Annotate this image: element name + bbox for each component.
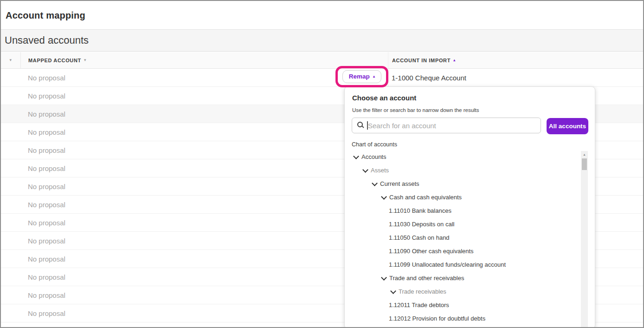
account-search-input[interactable] (352, 118, 541, 133)
caret-down-icon: ▾ (9, 58, 12, 62)
table-row[interactable]: No proposal1-1000 Cheque Account (1, 69, 643, 87)
popover-scrollbar[interactable]: ▲ (581, 151, 588, 328)
popover-subtitle: Use the filter or search bar to narrow d… (352, 107, 479, 113)
mapped-account-cell: No proposal (28, 128, 65, 136)
tree-branch-item[interactable]: Accounts (345, 150, 580, 164)
accounts-tree: AccountsAssetsCurrent assetsCash and cas… (345, 150, 580, 328)
chevron-down-icon[interactable] (372, 181, 378, 186)
mapped-account-cell: No proposal (28, 201, 65, 209)
tree-branch-item[interactable]: Current assets (345, 177, 580, 190)
column-header-label: ACCOUNT IN IMPORT (392, 58, 451, 63)
remap-button-label: Remap (349, 73, 370, 80)
chevron-down-icon[interactable] (381, 195, 387, 200)
mapped-account-cell: No proposal (28, 291, 65, 299)
mapped-account-cell: No proposal (28, 164, 65, 172)
page-title: Account mapping (1, 1, 643, 21)
remap-button[interactable]: Remap ▴ (342, 70, 382, 83)
tree-leaf-item[interactable]: 1.11030 Deposits on call (345, 217, 580, 231)
column-header-account-in-import[interactable]: ACCOUNT IN IMPORT ▴ (388, 52, 643, 68)
account-mapping-screen: Account mapping Unsaved accounts ▾ MAPPE… (0, 0, 644, 328)
popover-title: Choose an account (352, 94, 416, 102)
mapped-account-cell: No proposal (28, 146, 65, 154)
tree-branch-item[interactable]: Trade receivables (345, 285, 580, 298)
mapped-account-cell: No proposal (28, 219, 65, 227)
annotation-highlight-box: Remap ▴ (335, 66, 388, 87)
section-title: Unsaved accounts (1, 30, 643, 46)
caret-up-icon: ▴ (373, 74, 375, 79)
unsaved-accounts-section-bar: Unsaved accounts (1, 29, 643, 52)
mapped-account-cell: No proposal (28, 237, 65, 245)
account-in-import-cell: 1-1000 Cheque Account (392, 74, 466, 82)
mapped-account-cell: No proposal (28, 273, 65, 281)
tree-leaf-item[interactable]: 1.11010 Bank balances (345, 204, 580, 217)
tree-item-label: 1.11010 Bank balances (389, 207, 451, 214)
mapped-account-cell: No proposal (28, 110, 65, 118)
tree-item-label: 1.11099 Unallocated funds/clearing accou… (389, 261, 506, 268)
tree-branch-item[interactable]: Cash and cash equivalents (345, 190, 580, 204)
mapped-account-cell: No proposal (28, 309, 65, 317)
column-header-mapped-account[interactable]: MAPPED ACCOUNT ▾ (21, 52, 388, 68)
chevron-down-icon[interactable] (362, 168, 368, 173)
chevron-down-icon[interactable] (390, 289, 396, 294)
table-header-row: ▾ MAPPED ACCOUNT ▾ ACCOUNT IN IMPORT ▴ (1, 52, 643, 69)
tree-leaf-item[interactable]: 1.11099 Unallocated funds/clearing accou… (345, 258, 580, 271)
scrollbar-up-arrow-icon[interactable]: ▲ (581, 151, 588, 157)
tree-leaf-item[interactable]: 1.11050 Cash on hand (345, 231, 580, 244)
choose-account-popover: Choose an account Use the filter or sear… (344, 86, 595, 328)
all-accounts-filter-button[interactable]: All accounts (547, 118, 588, 134)
chevron-down-icon[interactable] (381, 276, 387, 281)
tree-leaf-item[interactable]: 1.12011 Trade debtors (345, 298, 580, 312)
text-cursor (367, 121, 368, 130)
tree-item-label: Cash and cash equivalents (389, 194, 462, 201)
mapped-account-cell: No proposal (28, 183, 65, 190)
tree-item-label: 1.11030 Deposits on call (389, 221, 454, 228)
chevron-down-icon[interactable] (353, 154, 359, 159)
tree-item-label: 1.12012 Provision for doubtful debts (389, 315, 485, 322)
account-search-box (352, 118, 541, 133)
tree-item-label: 1.11090 Other cash equivalents (389, 248, 474, 255)
tree-item-label: Accounts (361, 153, 386, 160)
mapped-account-cell: No proposal (28, 92, 65, 100)
tree-branch-item[interactable]: Assets (345, 164, 580, 177)
mapped-account-cell: No proposal (28, 255, 65, 263)
page-header: Account mapping (1, 1, 643, 29)
caret-down-icon: ▾ (84, 58, 86, 62)
tree-leaf-item[interactable]: 1.12012 Provision for doubtful debts (345, 312, 580, 325)
column-header-selector[interactable]: ▾ (1, 52, 21, 68)
tree-branch-item[interactable]: Trade and other receivables (345, 271, 580, 285)
scrollbar-thumb[interactable] (582, 158, 587, 170)
mapped-account-cell: No proposal (28, 74, 65, 82)
tree-item-label: Trade and other receivables (389, 275, 464, 282)
tree-item-label: Trade receivables (399, 288, 446, 295)
tree-item-label: 1.12011 Trade debtors (389, 302, 449, 308)
search-icon (357, 122, 363, 127)
tree-item-label: Assets (371, 167, 389, 174)
chart-of-accounts-label: Chart of accounts (352, 141, 397, 148)
tree-leaf-item[interactable]: 1.11090 Other cash equivalents (345, 244, 580, 258)
tree-item-label: Current assets (380, 180, 419, 187)
sort-ascending-icon: ▴ (453, 58, 456, 62)
column-header-label: MAPPED ACCOUNT (28, 58, 81, 63)
tree-item-label: 1.11050 Cash on hand (389, 234, 450, 241)
